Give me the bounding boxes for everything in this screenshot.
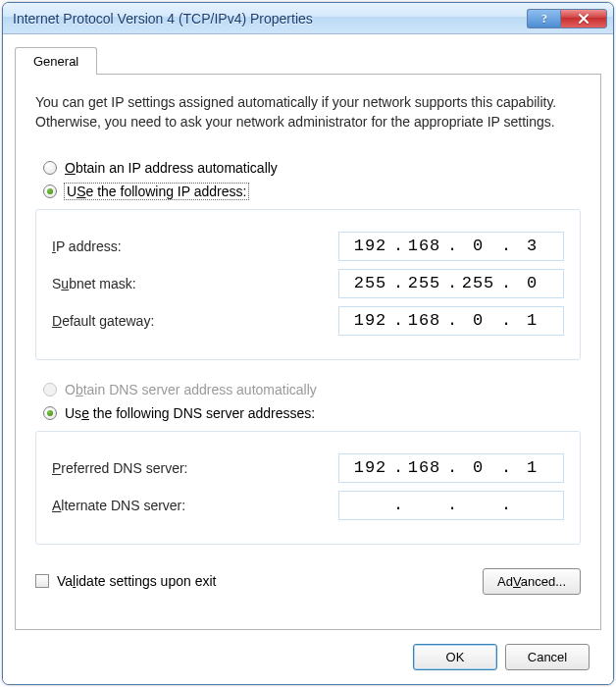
ip-dot: . [447, 311, 455, 330]
radio-label: Obtain DNS server address automatically [65, 382, 317, 397]
input-ip-address[interactable]: 192. 168. 0. 3 [338, 232, 564, 261]
ip-dot: . [501, 458, 509, 477]
titlebar: Internet Protocol Version 4 (TCP/IPv4) P… [3, 3, 613, 34]
input-preferred-dns[interactable]: 192. 168. 0. 1 [338, 453, 564, 483]
ip-octet[interactable]: 168 [403, 458, 446, 477]
close-icon [578, 13, 590, 25]
ip-dot: . [393, 311, 401, 330]
dialog-buttons: OK Cancel [15, 630, 601, 670]
dialog-window: Internet Protocol Version 4 (TCP/IPv4) P… [2, 2, 614, 685]
ip-octet[interactable]: 192 [349, 237, 392, 255]
row-default-gateway: Default gateway: 192. 168. 0. 1 [52, 306, 564, 336]
radio-obtain-dns-auto: Obtain DNS server address automatically [43, 382, 581, 397]
ip-octet[interactable]: 3 [511, 237, 554, 255]
ip-dot: . [393, 458, 401, 477]
row-subnet-mask: Subnet mask: 255. 255. 255. 0 [52, 269, 564, 298]
ip-octet[interactable]: 0 [457, 458, 500, 477]
close-button[interactable] [560, 9, 607, 28]
ip-octet[interactable]: 0 [511, 274, 554, 292]
dns-group: Preferred DNS server: 192. 168. 0. 1 Alt… [35, 431, 581, 545]
radio-icon [43, 383, 57, 396]
ip-octet[interactable]: 192 [349, 311, 392, 330]
label-alternate-dns: Alternate DNS server: [52, 498, 338, 513]
ip-group: IP address: 192. 168. 0. 3 Subnet mask: … [35, 209, 581, 360]
radio-icon [43, 185, 57, 198]
ok-button[interactable]: OK [413, 644, 497, 670]
row-ip-address: IP address: 192. 168. 0. 3 [52, 232, 564, 261]
ip-dot: . [501, 496, 509, 514]
radio-use-following-ip[interactable]: USe the following IP address: [43, 184, 581, 199]
input-alternate-dns[interactable]: . . . [338, 491, 564, 520]
ip-dot: . [447, 274, 455, 292]
label-preferred-dns: Preferred DNS server: [52, 460, 338, 476]
ip-octet[interactable]: 168 [403, 311, 446, 330]
advanced-button[interactable]: AdVanced... [483, 568, 581, 595]
ip-dot: . [501, 237, 509, 255]
radio-use-following-dns[interactable]: Use the following DNS server addresses: [43, 405, 581, 421]
window-buttons: ? [527, 9, 607, 28]
ip-octet[interactable]: 168 [403, 237, 446, 255]
ip-octet[interactable]: 0 [457, 311, 500, 330]
ip-octet[interactable]: 1 [511, 458, 554, 477]
ip-dot: . [447, 496, 455, 514]
ip-dot: . [393, 237, 401, 255]
window-title: Internet Protocol Version 4 (TCP/IPv4) P… [13, 11, 527, 26]
cancel-button[interactable]: Cancel [505, 644, 590, 670]
tab-general[interactable]: General [15, 47, 97, 75]
checkbox-validate[interactable] [35, 574, 49, 588]
label-default-gateway: Default gateway: [52, 313, 338, 329]
radio-icon [43, 406, 57, 420]
row-alternate-dns: Alternate DNS server: . . . [52, 491, 564, 520]
ip-octet[interactable]: 0 [457, 237, 500, 255]
label-validate: Validate settings upon exit [57, 573, 483, 589]
ip-octet[interactable]: 255 [403, 274, 446, 292]
svg-text:?: ? [541, 13, 547, 25]
tab-page-general: You can get IP settings assigned automat… [15, 74, 601, 630]
radio-label: Use the following DNS server addresses: [65, 405, 315, 421]
client-area: General You can get IP settings assigned… [3, 34, 613, 684]
help-icon: ? [539, 13, 549, 25]
description-text: You can get IP settings assigned automat… [35, 92, 581, 132]
input-subnet-mask[interactable]: 255. 255. 255. 0 [338, 269, 564, 298]
ip-octet[interactable]: 192 [349, 458, 392, 477]
radio-icon [43, 161, 57, 175]
help-button[interactable]: ? [527, 9, 560, 28]
input-default-gateway[interactable]: 192. 168. 0. 1 [338, 306, 564, 336]
label-subnet-mask: Subnet mask: [52, 276, 338, 291]
ip-dot: . [393, 496, 401, 514]
radio-label: Obtain an IP address automatically [65, 160, 278, 176]
ip-octet[interactable]: 255 [349, 274, 392, 292]
ip-dot: . [393, 274, 401, 292]
ip-dot: . [501, 311, 509, 330]
row-preferred-dns: Preferred DNS server: 192. 168. 0. 1 [52, 453, 564, 483]
label-ip-address: IP address: [52, 238, 338, 254]
radio-label: USe the following IP address: [65, 184, 248, 199]
radio-obtain-ip-auto[interactable]: Obtain an IP address automatically [43, 160, 581, 176]
ip-octet[interactable]: 1 [511, 311, 554, 330]
ip-dot: . [447, 458, 455, 477]
ip-dot: . [447, 237, 455, 255]
bottom-row: Validate settings upon exit AdVanced... [35, 568, 581, 595]
tab-strip: General [15, 46, 601, 74]
ip-octet[interactable]: 255 [457, 274, 500, 292]
ip-dot: . [501, 274, 509, 292]
